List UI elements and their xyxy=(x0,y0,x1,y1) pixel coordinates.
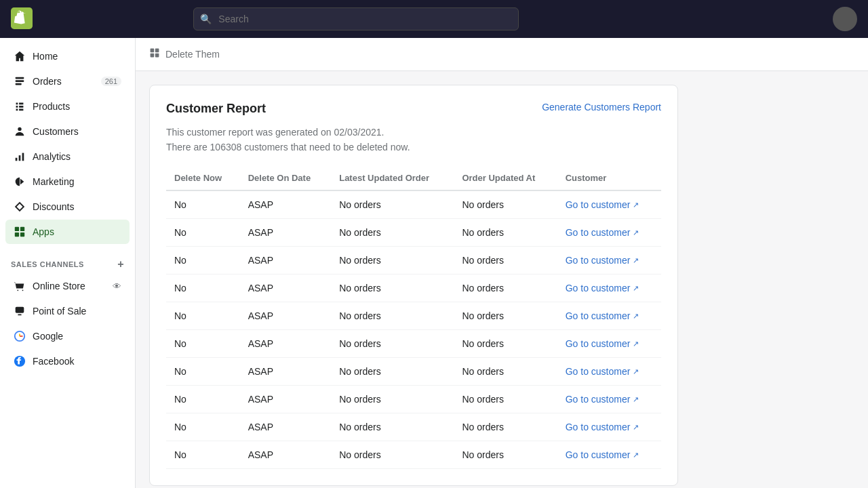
cell-latest-order: No orders xyxy=(331,274,454,302)
cell-delete-on-date: ASAP xyxy=(240,413,332,441)
external-link-icon: ↗ xyxy=(633,228,639,237)
cell-customer: Go to customer ↗ xyxy=(557,219,661,247)
svg-point-4 xyxy=(18,127,21,131)
cell-delete-on-date: ASAP xyxy=(240,274,332,302)
sidebar: Home Orders 261 Products Customers xyxy=(0,38,136,488)
table-row: No ASAP No orders No orders Go to custom… xyxy=(166,358,661,386)
svg-rect-18 xyxy=(151,54,155,58)
orders-icon xyxy=(14,75,26,87)
cell-delete-now: No xyxy=(166,386,240,413)
go-to-customer-link[interactable]: Go to customer ↗ xyxy=(566,255,653,266)
table-row: No ASAP No orders No orders Go to custom… xyxy=(166,219,661,247)
facebook-icon xyxy=(14,355,26,367)
col-delete-on-date: Delete On Date xyxy=(240,166,332,190)
cell-delete-on-date: ASAP xyxy=(240,330,332,358)
products-icon xyxy=(14,100,26,113)
sidebar-item-orders[interactable]: Orders 261 xyxy=(5,69,130,94)
external-link-icon: ↗ xyxy=(633,312,639,321)
cell-latest-order: No orders xyxy=(331,302,454,330)
col-latest-updated-order: Latest Updated Order xyxy=(331,166,454,190)
cell-order-updated-at: No orders xyxy=(454,247,557,274)
card-title: Customer Report xyxy=(166,102,266,116)
online-store-icon xyxy=(14,280,26,292)
report-description: This customer report was generated on 02… xyxy=(166,127,661,138)
cell-customer: Go to customer ↗ xyxy=(557,302,661,330)
cell-order-updated-at: No orders xyxy=(454,302,557,330)
sidebar-item-google[interactable]: Google xyxy=(5,324,130,348)
table-row: No ASAP No orders No orders Go to custom… xyxy=(166,330,661,358)
topbar-avatar[interactable] xyxy=(833,7,857,31)
table-row: No ASAP No orders No orders Go to custom… xyxy=(166,386,661,413)
cell-delete-on-date: ASAP xyxy=(240,302,332,330)
svg-rect-12 xyxy=(16,307,24,313)
sidebar-item-online-store[interactable]: Online Store 👁 xyxy=(5,274,130,298)
cell-delete-now: No xyxy=(166,358,240,386)
generate-customers-report-link[interactable]: Generate Customers Report xyxy=(542,102,661,113)
external-link-icon: ↗ xyxy=(633,201,639,209)
go-to-customer-link[interactable]: Go to customer ↗ xyxy=(566,338,653,349)
sidebar-item-home[interactable]: Home xyxy=(5,44,130,68)
cell-delete-on-date: ASAP xyxy=(240,219,332,247)
sidebar-item-customers[interactable]: Customers xyxy=(5,119,130,144)
go-to-customer-link[interactable]: Go to customer ↗ xyxy=(566,422,653,432)
svg-rect-1 xyxy=(16,77,24,79)
sidebar-item-facebook[interactable]: Facebook xyxy=(5,349,130,373)
cell-order-updated-at: No orders xyxy=(454,190,557,219)
cell-delete-now: No xyxy=(166,302,240,330)
sidebar-item-apps[interactable]: Apps xyxy=(5,220,130,244)
svg-rect-6 xyxy=(19,155,21,161)
cell-delete-on-date: ASAP xyxy=(240,190,332,219)
sidebar-item-analytics[interactable]: Analytics xyxy=(5,144,130,169)
cell-latest-order: No orders xyxy=(331,441,454,469)
cell-latest-order: No orders xyxy=(331,219,454,247)
sidebar-item-marketing[interactable]: Marketing xyxy=(5,169,130,194)
svg-rect-3 xyxy=(16,83,22,85)
cell-customer: Go to customer ↗ xyxy=(557,386,661,413)
cell-delete-now: No xyxy=(166,441,240,469)
svg-rect-17 xyxy=(155,49,159,53)
orders-badge: 261 xyxy=(101,77,121,86)
go-to-customer-link[interactable]: Go to customer ↗ xyxy=(566,394,653,405)
search-bar[interactable]: 🔍 xyxy=(193,7,519,30)
content-area: Customer Report Generate Customers Repor… xyxy=(136,71,868,488)
table-row: No ASAP No orders No orders Go to custom… xyxy=(166,190,661,219)
add-sales-channel-button[interactable]: + xyxy=(117,258,124,270)
cell-delete-now: No xyxy=(166,274,240,302)
cell-order-updated-at: No orders xyxy=(454,358,557,386)
search-input[interactable] xyxy=(193,7,519,30)
cell-delete-now: No xyxy=(166,190,240,219)
table-header-row: Delete Now Delete On Date Latest Updated… xyxy=(166,166,661,190)
cell-customer: Go to customer ↗ xyxy=(557,247,661,274)
google-icon xyxy=(14,330,26,342)
customers-icon xyxy=(14,125,26,138)
cell-order-updated-at: No orders xyxy=(454,441,557,469)
svg-rect-10 xyxy=(15,232,19,237)
cell-latest-order: No orders xyxy=(331,330,454,358)
go-to-customer-link[interactable]: Go to customer ↗ xyxy=(566,366,653,377)
cell-delete-now: No xyxy=(166,413,240,441)
external-link-icon: ↗ xyxy=(633,395,639,404)
go-to-customer-link[interactable]: Go to customer ↗ xyxy=(566,449,653,460)
go-to-customer-link[interactable]: Go to customer ↗ xyxy=(566,227,653,238)
analytics-icon xyxy=(14,150,26,163)
customer-report-table: Delete Now Delete On Date Latest Updated… xyxy=(166,166,661,469)
cell-latest-order: No orders xyxy=(331,358,454,386)
sidebar-item-point-of-sale[interactable]: Point of Sale xyxy=(5,299,130,323)
go-to-customer-link[interactable]: Go to customer ↗ xyxy=(566,199,653,210)
svg-rect-9 xyxy=(20,227,24,231)
col-order-updated-at: Order Updated At xyxy=(454,166,557,190)
cell-order-updated-at: No orders xyxy=(454,219,557,247)
cell-customer: Go to customer ↗ xyxy=(557,190,661,219)
cell-delete-on-date: ASAP xyxy=(240,386,332,413)
sidebar-item-discounts[interactable]: Discounts xyxy=(5,195,130,219)
breadcrumb-label: Delete Them xyxy=(165,49,220,60)
sidebar-item-products[interactable]: Products xyxy=(5,94,130,119)
external-link-icon: ↗ xyxy=(633,256,639,265)
apps-icon xyxy=(14,226,26,238)
go-to-customer-link[interactable]: Go to customer ↗ xyxy=(566,283,653,293)
go-to-customer-link[interactable]: Go to customer ↗ xyxy=(566,310,653,321)
table-row: No ASAP No orders No orders Go to custom… xyxy=(166,302,661,330)
table-row: No ASAP No orders No orders Go to custom… xyxy=(166,247,661,274)
report-count: There are 106308 customers that need to … xyxy=(166,142,661,152)
customer-report-card: Customer Report Generate Customers Repor… xyxy=(149,85,678,486)
